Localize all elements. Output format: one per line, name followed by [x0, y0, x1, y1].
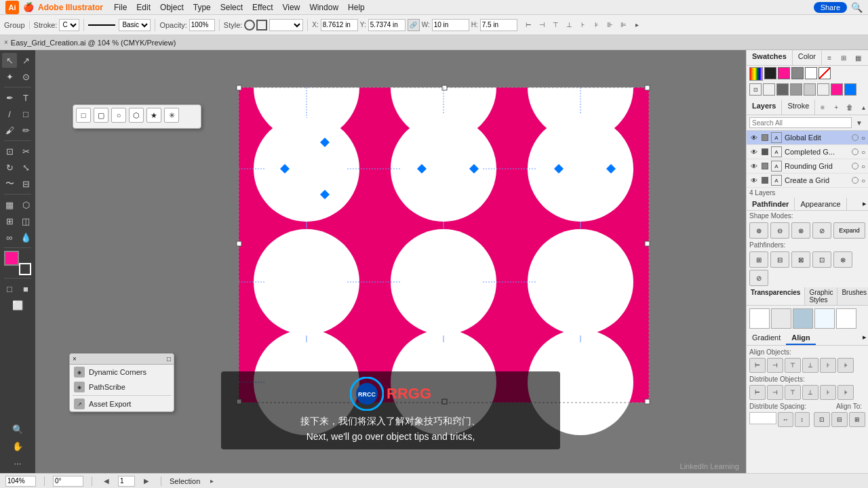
canvas-area[interactable]: □ ▢ ○ ⬡ ★ ✳ × □ ◈ Dynamic Corners ◈ Path… [35, 50, 746, 473]
y-input[interactable] [368, 19, 406, 31]
handle-tr[interactable] [645, 85, 650, 90]
stroke-tab[interactable]: Stroke [782, 100, 815, 115]
lasso-tool-button[interactable]: ⊙ [18, 69, 33, 84]
zoom-tool-button[interactable]: 🔍 [10, 422, 25, 436]
pf-menu-icon[interactable]: ▸ [861, 198, 868, 210]
gradient-swatch[interactable] [749, 67, 763, 81]
mesh-tool-button[interactable]: ⊞ [2, 214, 17, 228]
direct-selection-tool-button[interactable]: ↗ [18, 53, 33, 68]
link-wh-icon[interactable]: 🔗 [408, 19, 420, 31]
preview-view-button[interactable]: ■ [18, 281, 33, 296]
float-panel-close-btn[interactable]: × [73, 355, 77, 363]
gray-swatch[interactable] [791, 67, 804, 79]
ga-menu-icon[interactable]: ▸ [861, 331, 868, 345]
align-bottom-btn[interactable]: ⊧ [837, 358, 854, 373]
layers-tab[interactable]: Layers [747, 100, 782, 115]
menu-edit[interactable]: Edit [136, 3, 151, 12]
layer-search-input[interactable] [749, 117, 852, 128]
outline-button[interactable]: ⊗ [833, 251, 852, 268]
align-left-btn[interactable]: ⊢ [749, 358, 766, 373]
swatch-md[interactable] [790, 83, 802, 96]
status-menu-btn[interactable]: ▸ [205, 475, 218, 487]
color-tab[interactable]: Color [793, 50, 822, 65]
swatch-lt2[interactable] [817, 83, 829, 96]
swatch-lt1[interactable] [804, 83, 816, 96]
dist-top-btn[interactable]: ⊥ [802, 385, 818, 400]
align-to-selection-btn[interactable]: ⊡ [814, 412, 830, 427]
delete-layer-icon[interactable]: 🗑 [844, 101, 856, 113]
eraser-tool-button[interactable]: ⊡ [2, 144, 17, 159]
layer-target-1[interactable] [852, 134, 859, 141]
share-button[interactable]: Share [814, 2, 847, 13]
menu-file[interactable]: File [114, 3, 127, 12]
intersect-button[interactable]: ⊗ [791, 222, 810, 239]
pathscribe-item[interactable]: ◈ PathScribe [70, 380, 174, 394]
trim-button[interactable]: ⊟ [770, 251, 789, 268]
align-left-icon[interactable]: ⊢ [523, 19, 535, 31]
gs-swatch-2[interactable] [771, 308, 791, 329]
x-input[interactable] [321, 19, 358, 31]
menu-type[interactable]: Type [193, 3, 211, 12]
layer-lock-2[interactable]: ○ [861, 148, 865, 156]
selection-tool-button[interactable]: ↖ [2, 53, 17, 68]
align-middle-icon[interactable]: ⊦ [577, 19, 589, 31]
doc-close-button[interactable]: × [4, 39, 8, 46]
align-right-btn[interactable]: ⊤ [785, 358, 801, 373]
layer-vis-icon-4[interactable]: 👁 [749, 176, 759, 185]
swatches-tab[interactable]: Swatches [747, 50, 793, 65]
layer-vis-icon-2[interactable]: 👁 [749, 147, 759, 157]
dist-left-btn[interactable]: ⊢ [749, 385, 766, 400]
magic-wand-tool-button[interactable]: ✦ [2, 69, 17, 84]
circle-shape-button[interactable]: ○ [111, 108, 126, 123]
w-input[interactable] [432, 19, 469, 31]
dist-center-v-btn[interactable]: ⊦ [820, 385, 836, 400]
layer-item-rounding[interactable]: 👁 A Rounding Grid ○ [747, 159, 868, 174]
eyedropper-tool-button[interactable]: 💧 [18, 230, 33, 245]
black-swatch[interactable] [764, 67, 776, 79]
perspective-tool-button[interactable]: ⬡ [18, 197, 33, 212]
pink-swatch[interactable] [778, 67, 790, 79]
rotate-tool-button[interactable]: ↻ [2, 160, 17, 175]
swatch-dk2[interactable] [776, 83, 789, 96]
style-select[interactable] [269, 19, 303, 31]
swatch-list-icon[interactable]: ≡ [823, 52, 835, 64]
zoom-input[interactable] [5, 476, 36, 487]
align-bottom-icon[interactable]: ⊧ [591, 19, 603, 31]
stroke-color-box[interactable] [19, 263, 31, 275]
gs-swatch-4[interactable] [814, 308, 835, 329]
graphic-styles-tab[interactable]: Graphic Styles [805, 287, 837, 305]
blend-tool-button[interactable]: ∞ [2, 230, 17, 245]
align-center-v-btn[interactable]: ⊦ [820, 358, 836, 373]
exclude-button[interactable]: ⊘ [812, 222, 831, 239]
layer-target-3[interactable] [852, 163, 859, 169]
swatch-dk1[interactable] [763, 83, 775, 96]
layer-lock-3[interactable]: ○ [861, 163, 865, 170]
scissors-tool-button[interactable]: ✂ [18, 144, 33, 159]
layer-target-2[interactable] [852, 148, 859, 155]
stroke-select[interactable]: C [59, 19, 79, 31]
search-icon[interactable]: 🔍 [851, 2, 863, 13]
swatch-icon-1[interactable]: ⊡ [749, 83, 762, 96]
brushes-tab[interactable]: Brushes [837, 287, 868, 305]
swatch-pink[interactable] [831, 83, 843, 96]
free-transform-tool-button[interactable]: ⊟ [18, 176, 33, 191]
dist-bottom-btn[interactable]: ⊧ [837, 385, 854, 400]
rotation-input[interactable] [53, 476, 83, 487]
handle-tm[interactable] [442, 85, 447, 90]
unite-button[interactable]: ⊕ [749, 222, 768, 239]
distribute-h-icon[interactable]: ⊪ [604, 19, 616, 31]
align-center-h-btn[interactable]: ⊣ [767, 358, 783, 373]
normal-view-button[interactable]: □ [2, 281, 17, 296]
asset-export-item[interactable]: ↗ Asset Export [70, 396, 174, 411]
gs-swatch-5[interactable] [836, 308, 856, 329]
swatch-large-icon[interactable]: ▦ [852, 52, 864, 64]
h-input[interactable] [480, 19, 517, 31]
type-tool-button[interactable]: T [18, 90, 33, 105]
appearance-tab[interactable]: Appearance [795, 198, 846, 210]
dynamic-corners-item[interactable]: ◈ Dynamic Corners [70, 365, 174, 380]
dist-h-spacing-btn[interactable]: ↔ [778, 412, 793, 427]
artboard-input[interactable] [118, 476, 135, 487]
pen-tool-button[interactable]: ✒ [2, 90, 17, 105]
merge-button[interactable]: ⊠ [791, 251, 810, 268]
float-panel-expand-btn[interactable]: □ [167, 355, 171, 363]
